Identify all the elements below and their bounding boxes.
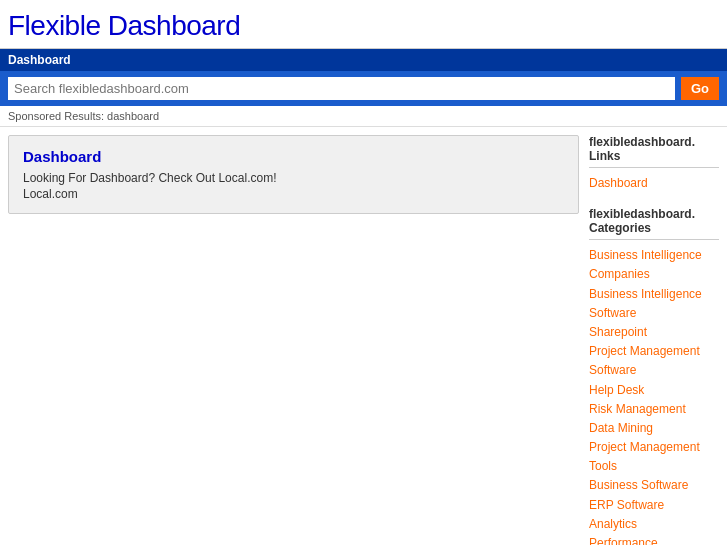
header: Flexible Dashboard [0,0,727,49]
sidebar-category-link[interactable]: Project Management Tools [589,438,719,476]
ad-card: Dashboard Looking For Dashboard? Check O… [8,135,579,214]
nav-label: Dashboard [8,53,71,67]
ad-url: Local.com [23,187,564,201]
search-button[interactable]: Go [681,77,719,100]
sidebar-category-link[interactable]: Risk Management [589,400,719,419]
sidebar-category-link[interactable]: ERP Software [589,496,719,515]
sidebar-links-section: flexibledashboard. Links Dashboard [589,135,719,193]
sidebar-category-link[interactable]: Business Intelligence Software [589,285,719,323]
sidebar-category-link[interactable]: Sharepoint [589,323,719,342]
sidebar-category-link[interactable]: Project Management Software [589,342,719,380]
sidebar-category-link[interactable]: Performance Management [589,534,719,545]
sidebar-categories-title: flexibledashboard. Categories [589,207,719,240]
searchbar: Go [0,71,727,106]
search-input[interactable] [8,77,675,100]
main-content: Dashboard Looking For Dashboard? Check O… [0,127,727,545]
sidebar-category-link[interactable]: Data Mining [589,419,719,438]
sidebar: flexibledashboard. Links Dashboard flexi… [589,135,719,545]
sidebar-categories-list: Business Intelligence CompaniesBusiness … [589,246,719,545]
navbar: Dashboard [0,49,727,71]
content-area: Dashboard Looking For Dashboard? Check O… [8,135,579,545]
ad-title[interactable]: Dashboard [23,148,564,165]
ad-description: Looking For Dashboard? Check Out Local.c… [23,169,564,187]
sidebar-link-dashboard[interactable]: Dashboard [589,174,719,193]
sidebar-links-title: flexibledashboard. Links [589,135,719,168]
sponsored-label: Sponsored Results: dashboard [0,106,727,127]
page-title: Flexible Dashboard [8,10,719,42]
sidebar-category-link[interactable]: Business Intelligence Companies [589,246,719,284]
sidebar-categories-section: flexibledashboard. Categories Business I… [589,207,719,545]
sidebar-category-link[interactable]: Analytics [589,515,719,534]
sidebar-category-link[interactable]: Help Desk [589,381,719,400]
sidebar-category-link[interactable]: Business Software [589,476,719,495]
